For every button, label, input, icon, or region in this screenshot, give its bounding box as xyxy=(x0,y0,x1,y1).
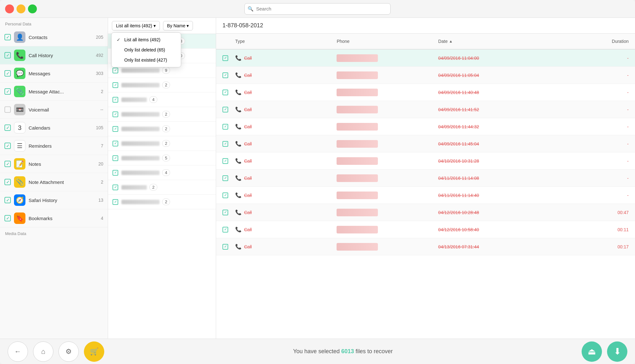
dropdown-item-label: Only list existed (427) xyxy=(124,57,167,63)
row-checkbox[interactable] xyxy=(222,141,235,147)
list-item[interactable]: 2 xyxy=(108,195,216,209)
list-item[interactable]: 4 xyxy=(108,92,216,107)
sidebar-checkbox-safarihistory[interactable] xyxy=(4,197,11,203)
table-row[interactable]: 📞 Call 04/12/2016 10:28:48 00:47 xyxy=(216,204,635,221)
sidebar-checkbox-bookmarks[interactable] xyxy=(4,215,11,221)
sidebar-item-count-calendars: 105 xyxy=(96,125,103,130)
table-row[interactable]: 📞 Call 04/11/2016 11:14:08 - xyxy=(216,170,635,187)
list-item-checkbox[interactable] xyxy=(113,141,118,146)
row-date: 04/12/2016 10:58:40 xyxy=(438,227,591,232)
list-item[interactable]: 2 xyxy=(108,136,216,151)
row-checkbox[interactable] xyxy=(222,90,235,95)
call-type-label: Call xyxy=(244,90,252,95)
maximize-button[interactable] xyxy=(28,4,37,13)
sidebar-checkbox-messages[interactable] xyxy=(4,70,11,77)
filter-button[interactable]: List all items (492) ▾ xyxy=(112,21,160,30)
minimize-button[interactable] xyxy=(17,4,25,13)
export-button-2[interactable]: ⬇ xyxy=(607,341,627,362)
row-checkbox[interactable] xyxy=(222,244,235,250)
sidebar-items-container: 👤 Contacts 205 📞 Call History 492 💬 Mess… xyxy=(0,28,108,227)
list-item[interactable]: 5 xyxy=(108,151,216,165)
row-date: 04/09/2016 11:40:48 xyxy=(438,90,591,95)
sidebar-item-bookmarks[interactable]: 🔖 Bookmarks 4 xyxy=(0,209,108,227)
table-row[interactable]: 📞 Call 04/09/2016 11:44:32 - xyxy=(216,118,635,135)
table-row[interactable]: 📞 Call 04/09/2016 11:04:00 - xyxy=(216,50,635,67)
table-row[interactable]: 📞 Call 04/12/2016 10:58:40 00:11 xyxy=(216,221,635,238)
action-buttons: ⏏ ⬇ xyxy=(582,341,627,362)
row-checkbox[interactable] xyxy=(222,210,235,215)
table-row[interactable]: 📞 Call 04/10/2016 10:31:28 - xyxy=(216,152,635,170)
header-type: Type xyxy=(235,39,337,44)
row-checkbox[interactable] xyxy=(222,175,235,181)
table-row[interactable]: 📞 Call 04/09/2016 11:41:52 - xyxy=(216,101,635,118)
sidebar-item-safarihistory[interactable]: 🧭 Safari History 13 xyxy=(0,191,108,209)
dropdown-item[interactable]: ✓ List all items (492) xyxy=(112,35,181,45)
sidebar-item-noteattachment[interactable]: 📎 Note Attachment 2 xyxy=(0,173,108,191)
row-type: 📞 Call xyxy=(235,209,337,215)
list-item-checkbox[interactable] xyxy=(113,68,118,73)
row-type: 📞 Call xyxy=(235,175,337,181)
list-item[interactable]: 4 xyxy=(108,165,216,180)
sidebar-checkbox-contacts[interactable] xyxy=(4,34,11,40)
export-button-1[interactable]: ⏏ xyxy=(582,341,602,362)
row-check-mark xyxy=(222,158,228,164)
table-row[interactable]: 📞 Call 04/09/2016 11:45:04 - xyxy=(216,135,635,152)
table-row[interactable]: 📞 Call 04/11/2016 11:14:40 - xyxy=(216,187,635,204)
dropdown-item[interactable]: Only list existed (427) xyxy=(112,55,181,65)
sidebar-icon-calendars: 3 xyxy=(14,122,25,133)
row-checkbox[interactable] xyxy=(222,72,235,78)
list-item[interactable]: 2 xyxy=(108,107,216,122)
sidebar-item-callhistory[interactable]: 📞 Call History 492 xyxy=(0,46,108,64)
home-button[interactable]: ⌂ xyxy=(33,341,53,362)
row-checkbox[interactable] xyxy=(222,227,235,233)
sidebar-checkbox-reminders[interactable] xyxy=(4,143,11,149)
row-checkbox[interactable] xyxy=(222,158,235,164)
sort-button[interactable]: By Name ▾ xyxy=(163,21,193,30)
settings-button[interactable]: ⚙ xyxy=(58,341,79,362)
date-sort-icon[interactable]: ▲ xyxy=(449,39,453,44)
cart-button[interactable]: 🛒 xyxy=(84,341,104,362)
row-duration: 00:17 xyxy=(591,244,629,249)
list-item-checkbox[interactable] xyxy=(113,97,118,103)
table-row[interactable]: 📞 Call 04/09/2016 11:05:04 - xyxy=(216,67,635,84)
sidebar-checkbox-calendars[interactable] xyxy=(4,125,11,131)
phone-blur xyxy=(337,243,378,251)
sidebar-checkbox-notes[interactable] xyxy=(4,161,11,167)
sidebar-checkbox-callhistory[interactable] xyxy=(4,52,11,58)
list-item-count: 2 xyxy=(149,184,157,191)
list-item-checkbox[interactable] xyxy=(113,155,118,161)
sidebar-item-contacts[interactable]: 👤 Contacts 205 xyxy=(0,28,108,46)
list-item-checkbox[interactable] xyxy=(113,111,118,117)
phone-blur xyxy=(337,226,378,233)
list-item-checkbox[interactable] xyxy=(113,82,118,88)
sidebar-checkbox-noteattachment[interactable] xyxy=(4,179,11,185)
list-item-checkbox[interactable] xyxy=(113,185,118,190)
sidebar-checkbox-messageattach[interactable] xyxy=(4,88,11,95)
list-item-checkbox[interactable] xyxy=(113,170,118,176)
list-item[interactable]: 2 xyxy=(108,78,216,92)
list-item[interactable]: 2 xyxy=(108,180,216,195)
row-checkbox[interactable] xyxy=(222,107,235,112)
row-type: 📞 Call xyxy=(235,141,337,147)
sidebar-item-reminders[interactable]: ☰ Reminders 7 xyxy=(0,137,108,155)
row-type: 📞 Call xyxy=(235,106,337,112)
sidebar-item-messages[interactable]: 💬 Messages 303 xyxy=(0,64,108,83)
list-item-checkbox[interactable] xyxy=(113,126,118,132)
row-checkbox[interactable] xyxy=(222,124,235,130)
search-input[interactable] xyxy=(244,3,391,15)
dropdown-item[interactable]: Only list deleted (65) xyxy=(112,45,181,55)
sidebar-item-calendars[interactable]: 3 Calendars 105 xyxy=(0,119,108,137)
sidebar-item-notes[interactable]: 📝 Notes 20 xyxy=(0,155,108,173)
sidebar-checkbox-voicemail[interactable] xyxy=(4,106,11,113)
table-row[interactable]: 📞 Call 04/13/2016 07:31:44 00:17 xyxy=(216,238,635,255)
sidebar-item-voicemail[interactable]: 📼 Voicemail -- xyxy=(0,101,108,119)
sidebar-item-messageattach[interactable]: 📎 Message Attac... 2 xyxy=(0,83,108,101)
list-item-checkbox[interactable] xyxy=(113,199,118,205)
row-checkbox[interactable] xyxy=(222,192,235,198)
table-row[interactable]: 📞 Call 04/09/2016 11:40:48 - xyxy=(216,84,635,101)
row-checkbox[interactable] xyxy=(222,55,235,61)
call-phone-icon: 📞 xyxy=(235,244,242,250)
close-button[interactable] xyxy=(5,4,14,13)
list-item[interactable]: 2 xyxy=(108,122,216,136)
back-button[interactable]: ← xyxy=(8,341,28,362)
